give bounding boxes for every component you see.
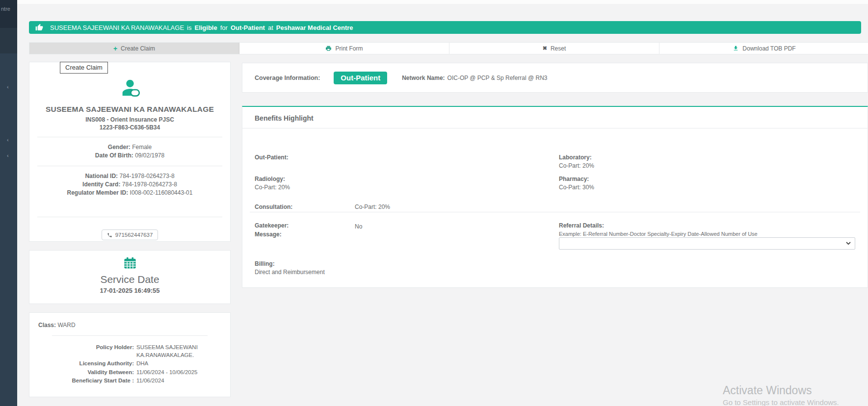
pharmacy-label: Pharmacy: bbox=[559, 176, 589, 182]
licensing-authority-label: Licensing Authority: bbox=[38, 360, 136, 368]
policy-row: Policy Holder: SUSEEMA SAJEEWANI KA.RANA… bbox=[38, 344, 221, 359]
national-id-value: 784-1978-0264273-8 bbox=[119, 173, 174, 179]
banner-text: at bbox=[268, 24, 273, 31]
coverage-panel: Coverage Information: Out-Patient Networ… bbox=[242, 63, 868, 93]
sidebar: ntre ‹ ‹ ‹ bbox=[0, 0, 17, 406]
class-row: Class: WARD bbox=[38, 322, 221, 329]
sidebar-section bbox=[0, 28, 17, 53]
insurer-name: INS008 - Orient Insurance PJSC bbox=[29, 116, 230, 123]
service-date-value: 17-01-2025 16:49:55 bbox=[29, 287, 230, 294]
service-date-title: Service Date bbox=[29, 274, 230, 285]
patient-name: SUSEEMA SAJEEWANI KA RANAWAKALAGE bbox=[29, 105, 230, 114]
print-form-label: Print Form bbox=[335, 45, 363, 52]
phone-chip[interactable]: 971562447637 bbox=[102, 229, 158, 240]
identity-card-label: Identity Card: bbox=[82, 181, 120, 188]
download-tob-label: Download TOB PDF bbox=[742, 45, 795, 52]
chevron-left-icon[interactable]: ‹ bbox=[7, 84, 9, 90]
chevron-down-icon bbox=[846, 242, 851, 245]
regulator-id-value: I008-002-116080443-01 bbox=[130, 189, 193, 196]
policy-holder-label: Policy Holder: bbox=[38, 344, 136, 359]
toolbar: + Create Claim Print Form ✖ Reset Downlo… bbox=[29, 42, 868, 54]
plus-icon: + bbox=[113, 46, 117, 51]
policy-holder-value: SUSEEMA SAJEEWANI KA.RANAWAKALAGE. bbox=[136, 344, 203, 359]
print-form-button[interactable]: Print Form bbox=[239, 43, 449, 54]
info-row: National ID: 784-1978-0264273-8 bbox=[29, 172, 230, 180]
message-label: Message: bbox=[255, 231, 282, 238]
banner-text: for bbox=[220, 24, 228, 31]
dob-value: 09/02/1978 bbox=[135, 152, 164, 159]
download-icon bbox=[733, 45, 739, 51]
referral-example-text: Example: E-Referral Number-Doctor Specia… bbox=[559, 231, 758, 237]
create-claim-label: Create Claim bbox=[121, 45, 155, 52]
chevron-left-icon[interactable]: ‹ bbox=[7, 153, 9, 158]
reset-button[interactable]: ✖ Reset bbox=[449, 43, 659, 54]
validity-between-label: Validity Between: bbox=[38, 369, 136, 377]
banner-coverage: Out-Patient bbox=[231, 24, 265, 31]
class-value: WARD bbox=[57, 322, 75, 329]
coverage-label: Coverage Information: bbox=[255, 75, 320, 81]
calendar-icon bbox=[29, 256, 230, 272]
reset-label: Reset bbox=[551, 45, 566, 52]
billing-label: Billing: bbox=[255, 260, 275, 267]
policy-row: Validity Between: 11/06/2024 - 10/06/202… bbox=[38, 369, 221, 377]
benefits-divider bbox=[250, 212, 860, 212]
download-tob-button[interactable]: Download TOB PDF bbox=[659, 43, 868, 54]
banner-patient-name: SUSEEMA SAJEEWANI KA RANAWAKALAGE bbox=[50, 24, 184, 31]
network-value: OIC-OP @ PCP & Sp Referral @ RN3 bbox=[447, 75, 548, 81]
class-label: Class: bbox=[38, 322, 56, 329]
activate-windows-watermark: Activate Windows bbox=[723, 384, 812, 397]
sidebar-logo-clipped: ntre bbox=[0, 0, 17, 28]
eligibility-screen: ntre ‹ ‹ ‹ SUSEEMA SAJEEWANI KA RANAWAKA… bbox=[0, 0, 868, 406]
regulator-id-label: Regulator Member ID: bbox=[67, 189, 129, 196]
consultation-label: Consultation: bbox=[255, 203, 292, 210]
gender-value: Female bbox=[132, 144, 152, 151]
info-row: Identity Card: 784-1978-0264273-8 bbox=[29, 180, 230, 189]
benefits-panel: Benefits Highlight Out-Patient: Laborato… bbox=[242, 106, 868, 288]
policy-row: Licensing Authority: DHA bbox=[38, 360, 221, 368]
pharmacy-value: Co-Part: 30% bbox=[559, 184, 594, 191]
validity-between-value: 11/06/2024 - 10/06/2025 bbox=[136, 369, 215, 377]
billing-value: Direct and Reimbursement bbox=[255, 269, 325, 276]
card-number: 1223-F863-C636-5B34 bbox=[29, 124, 230, 131]
laboratory-value: Co-Part: 20% bbox=[559, 162, 594, 169]
phone-icon bbox=[107, 232, 112, 238]
activate-windows-subtext: Go to Settings to activate Windows. bbox=[723, 398, 839, 406]
network-label: Network Name: bbox=[402, 75, 445, 81]
banner-text: is bbox=[187, 24, 191, 31]
radiology-label: Radiology: bbox=[255, 176, 285, 182]
banner-provider: Peshawar Medical Centre bbox=[276, 24, 353, 31]
patient-card: SUSEEMA SAJEEWANI KA RANAWAKALAGE INS008… bbox=[29, 62, 231, 242]
phone-number: 971562447637 bbox=[115, 232, 153, 238]
info-row: Regulator Member ID: I008-002-116080443-… bbox=[29, 189, 230, 197]
beneficiary-start-label: Beneficiary Start Date : bbox=[38, 377, 136, 385]
licensing-authority-value: DHA bbox=[136, 360, 203, 368]
dob-label: Date Of Birth: bbox=[95, 152, 133, 159]
referral-details-label: Referral Details: bbox=[559, 222, 604, 229]
beneficiary-start-value: 11/06/2024 bbox=[136, 377, 203, 385]
laboratory-label: Laboratory: bbox=[559, 154, 592, 161]
gatekeeper-label: Gatekeeper: bbox=[255, 222, 289, 229]
national-id-label: National ID: bbox=[85, 173, 118, 179]
consultation-value: Co-Part: 20% bbox=[355, 203, 390, 210]
policy-row: Beneficiary Start Date : 11/06/2024 bbox=[38, 377, 221, 385]
benefits-title: Benefits Highlight bbox=[242, 107, 868, 128]
gatekeeper-value: No bbox=[355, 223, 362, 230]
class-card: Class: WARD Policy Holder: SUSEEMA SAJEE… bbox=[29, 312, 231, 397]
patient-avatar-icon bbox=[29, 76, 230, 100]
gender-label: Gender: bbox=[108, 144, 131, 151]
create-claim-button[interactable]: + Create Claim bbox=[29, 43, 239, 54]
eligibility-banner: SUSEEMA SAJEEWANI KA RANAWAKALAGE is Eli… bbox=[29, 21, 861, 34]
coverage-badge: Out-Patient bbox=[334, 72, 387, 84]
printer-icon bbox=[325, 45, 332, 51]
info-row: Gender: Female bbox=[29, 143, 230, 152]
radiology-value: Co-Part: 20% bbox=[255, 184, 290, 191]
referral-select[interactable] bbox=[559, 237, 855, 250]
top-strip bbox=[17, 0, 868, 4]
out-patient-label: Out-Patient: bbox=[255, 154, 289, 161]
chevron-left-icon[interactable]: ‹ bbox=[7, 137, 9, 143]
banner-status: Eligible bbox=[194, 24, 217, 31]
x-icon: ✖ bbox=[543, 46, 547, 51]
thumbs-up-icon bbox=[35, 24, 43, 31]
identity-card-value: 784-1978-0264273-8 bbox=[122, 181, 177, 188]
service-date-card: Service Date 17-01-2025 16:49:55 bbox=[29, 250, 231, 304]
